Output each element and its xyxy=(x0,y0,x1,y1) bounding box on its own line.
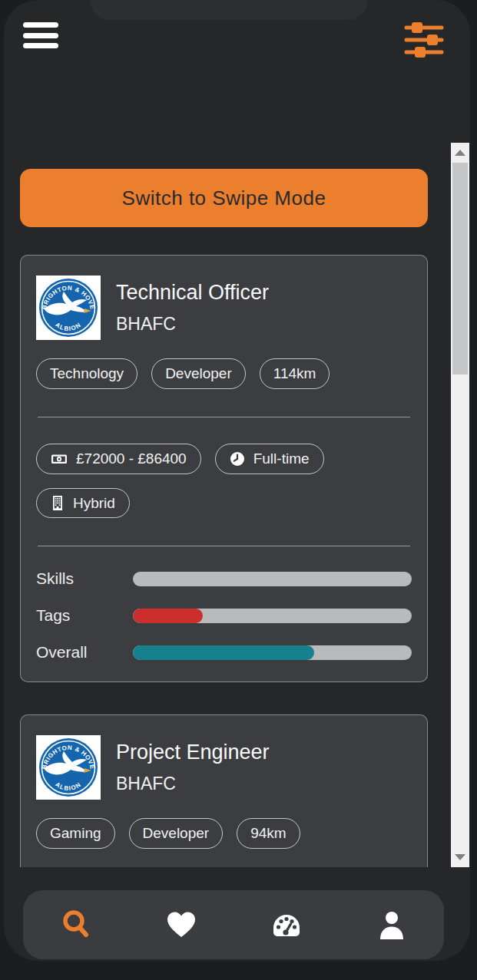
scroll-down-icon xyxy=(455,854,465,860)
tag-chip: Technology xyxy=(36,358,137,389)
score-label: Skills xyxy=(36,569,133,588)
score-row-tags: Tags xyxy=(36,606,412,625)
tag-chip: Gaming xyxy=(36,818,115,849)
job-card-titles: Project Engineer BHAFC xyxy=(116,742,270,793)
tags-progress-fill xyxy=(133,609,203,623)
company-logo-crest: BRIGHTON & HOVE ALBION xyxy=(36,276,101,340)
hamburger-icon xyxy=(23,22,58,28)
scrollbar-track[interactable] xyxy=(451,163,469,847)
match-scores: Skills Tags Overall xyxy=(36,569,412,662)
employment-type-text: Full-time xyxy=(253,450,310,468)
job-title: Project Engineer xyxy=(116,742,270,763)
nav-profile-button[interactable] xyxy=(367,903,416,946)
score-row-overall: Overall xyxy=(36,643,412,662)
salary-text: £72000 - £86400 xyxy=(76,450,187,468)
scroll-down-button[interactable] xyxy=(451,847,469,867)
profile-icon xyxy=(378,910,406,939)
score-row-skills: Skills xyxy=(36,569,412,588)
work-location-text: Hybrid xyxy=(73,494,115,513)
job-card[interactable]: BRIGHTON & HOVE ALBION Project Engineer … xyxy=(20,714,428,867)
overall-progress-fill xyxy=(133,645,314,660)
menu-button[interactable] xyxy=(23,22,58,48)
nav-favorites-button[interactable] xyxy=(157,903,206,946)
search-icon xyxy=(61,909,91,941)
tag-chip: 94km xyxy=(237,818,300,849)
scrollbar[interactable] xyxy=(451,143,469,867)
nav-dashboard-button[interactable] xyxy=(262,903,311,946)
salary-chip: £72000 - £86400 xyxy=(36,444,201,474)
job-card-header: BRIGHTON & HOVE ALBION Project Engineer … xyxy=(36,735,412,800)
job-details: £72000 - £86400 Full-time xyxy=(36,444,412,519)
skills-progress-bar xyxy=(133,572,412,586)
filter-button[interactable] xyxy=(402,21,446,59)
building-icon xyxy=(51,495,65,511)
overall-progress-bar xyxy=(133,645,412,660)
hamburger-icon xyxy=(23,43,58,48)
job-company: BHAFC xyxy=(116,775,270,793)
banknote-icon xyxy=(51,451,68,467)
card-divider xyxy=(38,417,410,417)
gauge-icon xyxy=(270,909,303,940)
top-notch xyxy=(90,0,368,20)
employment-type-chip: Full-time xyxy=(215,444,324,474)
score-label: Overall xyxy=(36,643,133,662)
job-list-scroll-area: Switch to Swipe Mode BRIGHTON & HOVE xyxy=(4,143,451,867)
company-logo-crest: BRIGHTON & HOVE ALBION xyxy=(36,735,101,800)
sliders-icon xyxy=(402,21,446,59)
job-tags: Gaming Developer 94km xyxy=(36,818,412,849)
job-company: BHAFC xyxy=(116,315,269,333)
scroll-up-button[interactable] xyxy=(451,143,469,163)
score-label: Tags xyxy=(36,606,133,625)
scrollbar-thumb[interactable] xyxy=(452,163,468,375)
job-title: Technical Officer xyxy=(116,282,269,303)
clock-icon xyxy=(230,451,245,467)
nav-search-button[interactable] xyxy=(51,903,101,946)
job-card-titles: Technical Officer BHAFC xyxy=(116,282,269,333)
switch-mode-button[interactable]: Switch to Swipe Mode xyxy=(20,169,428,227)
tag-chip: 114km xyxy=(260,358,330,389)
scroll-up-icon xyxy=(455,150,465,156)
bottom-nav xyxy=(23,890,444,959)
app-screen: Switch to Swipe Mode BRIGHTON & HOVE xyxy=(4,0,470,961)
heart-icon xyxy=(166,911,197,939)
tag-chip: Developer xyxy=(151,358,246,389)
job-tags: Technology Developer 114km xyxy=(36,358,412,389)
tags-progress-bar xyxy=(133,609,412,623)
work-location-chip: Hybrid xyxy=(36,488,130,519)
job-card-header: BRIGHTON & HOVE ALBION Technical Officer… xyxy=(36,276,412,340)
card-divider xyxy=(38,546,410,546)
job-card[interactable]: BRIGHTON & HOVE ALBION Technical Officer… xyxy=(20,255,428,682)
tag-chip: Developer xyxy=(129,818,224,849)
hamburger-icon xyxy=(23,33,58,38)
